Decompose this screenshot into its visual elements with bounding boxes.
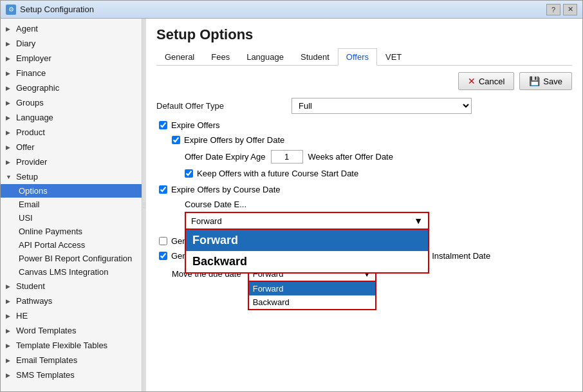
keep-offers-row: Keep Offers with a future Course Start D… xyxy=(185,169,569,178)
expire-by-offer-date-row: Expire Offers by Offer Date xyxy=(172,135,569,145)
tab-student[interactable]: Student xyxy=(292,48,338,66)
expire-by-course-date-row: Expire Offers by Course Date xyxy=(159,185,569,194)
tab-general[interactable]: General xyxy=(156,48,203,66)
dropdown-arrow-icon: ▼ xyxy=(414,216,423,226)
move-due-forward-option[interactable]: Forward xyxy=(249,282,375,295)
sidebar-label-pathways: Pathways xyxy=(16,296,52,306)
help-button[interactable]: ? xyxy=(546,4,560,15)
arrow-icon: ▶ xyxy=(6,70,14,77)
arrow-icon: ▶ xyxy=(6,298,14,304)
generate-instalments-checkbox[interactable] xyxy=(159,237,167,245)
sidebar-item-agent[interactable]: ▶ Agent xyxy=(1,21,142,36)
sidebar-label-he: HE xyxy=(16,311,28,321)
direction-dropdown-trigger[interactable]: Forward ▼ xyxy=(185,212,429,230)
sidebar-item-student[interactable]: ▶ Student xyxy=(1,279,142,294)
expire-course-date-section: Expire Offers by Course Date Course Date… xyxy=(156,185,569,230)
save-label: Save xyxy=(543,77,562,86)
sidebar-item-geographic[interactable]: ▶ Geographic xyxy=(1,80,142,95)
arrow-icon: ▶ xyxy=(6,328,14,334)
tab-vet[interactable]: VET xyxy=(377,48,410,66)
form-area: Default Offer Type Full Expire Offers Ex… xyxy=(156,98,572,384)
title-controls: ? ✕ xyxy=(546,4,577,15)
offer-date-expiry-label: Offer Date Expiry Age xyxy=(185,152,266,162)
sidebar-item-finance[interactable]: ▶ Finance xyxy=(1,66,142,80)
sidebar-label-usi: USI xyxy=(19,213,33,223)
arrow-icon: ▶ xyxy=(6,100,14,106)
arrow-icon: ▶ xyxy=(6,144,14,151)
main-window: ⚙ Setup Configuration ? ✕ ▶ Agent ▶ Diar… xyxy=(0,0,583,392)
sidebar-label-finance: Finance xyxy=(16,68,46,78)
sidebar-label-email: Email xyxy=(19,200,40,209)
offer-date-expiry-row: Offer Date Expiry Age Weeks after Offer … xyxy=(185,150,569,163)
move-due-date-list: Forward Backward xyxy=(248,282,376,310)
sidebar-item-product[interactable]: ▶ Product xyxy=(1,125,142,140)
sidebar-label-groups: Groups xyxy=(16,98,44,107)
offer-date-expiry-input[interactable] xyxy=(271,150,303,163)
cancel-button[interactable]: ✕ Cancel xyxy=(458,72,514,90)
expire-by-course-date-checkbox[interactable] xyxy=(159,185,167,194)
sidebar-item-options[interactable]: Options xyxy=(1,184,142,198)
direction-option-forward[interactable]: Forward xyxy=(186,230,428,251)
generate-instalments-move-checkbox[interactable] xyxy=(159,252,167,260)
sidebar-label-geographic: Geographic xyxy=(16,83,59,93)
tab-fees[interactable]: Fees xyxy=(203,48,238,66)
sidebar-item-diary[interactable]: ▶ Diary xyxy=(1,36,142,51)
sidebar-item-he[interactable]: ▶ HE xyxy=(1,308,142,323)
tab-language[interactable]: Language xyxy=(238,48,292,66)
expire-offers-checkbox[interactable] xyxy=(159,121,167,129)
sidebar-item-online-payments[interactable]: Online Payments xyxy=(1,225,142,238)
sidebar-item-setup[interactable]: ▼ Setup xyxy=(1,169,142,184)
expire-by-offer-date-label: Expire Offers by Offer Date xyxy=(184,135,284,145)
sidebar-item-employer[interactable]: ▶ Employer xyxy=(1,51,142,66)
sidebar-item-sms-templates[interactable]: ▶ SMS Templates xyxy=(1,368,142,382)
sidebar-item-power-bi[interactable]: Power BI Report Configuration xyxy=(1,252,142,265)
sidebar-item-api-portal[interactable]: API Portal Access xyxy=(1,238,142,252)
arrow-icon: ▶ xyxy=(6,55,14,62)
course-date-label: Course Date E... xyxy=(185,200,246,209)
arrow-icon: ▶ xyxy=(6,115,14,121)
sidebar: ▶ Agent ▶ Diary ▶ Employer ▶ Finance ▶ G… xyxy=(1,19,142,391)
arrow-icon: ▶ xyxy=(6,26,14,32)
direction-dropdown-list: Forward Backward xyxy=(185,230,429,274)
sidebar-label-sms-templates: SMS Templates xyxy=(16,370,75,380)
sidebar-item-groups[interactable]: ▶ Groups xyxy=(1,95,142,110)
default-offer-type-label: Default Offer Type xyxy=(156,101,285,111)
content-area: ▶ Agent ▶ Diary ▶ Employer ▶ Finance ▶ G… xyxy=(1,19,582,391)
sidebar-label-provider: Provider xyxy=(16,157,47,167)
sidebar-label-student: Student xyxy=(16,281,45,291)
sidebar-item-template-flexible[interactable]: ▶ Template Flexible Tables xyxy=(1,338,142,353)
sidebar-item-email[interactable]: Email xyxy=(1,198,142,211)
expire-offers-section: Expire Offers Expire Offers by Offer Dat… xyxy=(156,120,569,178)
close-button[interactable]: ✕ xyxy=(563,4,577,15)
sidebar-item-word-templates[interactable]: ▶ Word Templates xyxy=(1,323,142,338)
keep-offers-checkbox[interactable] xyxy=(185,169,193,178)
toolbar: ✕ Cancel 💾 Save xyxy=(156,72,572,90)
cancel-icon: ✕ xyxy=(468,76,476,86)
sidebar-item-pathways[interactable]: ▶ Pathways xyxy=(1,294,142,308)
window-icon: ⚙ xyxy=(6,5,16,15)
sidebar-item-offer[interactable]: ▶ Offer xyxy=(1,140,142,154)
sidebar-item-email-templates[interactable]: ▶ Email Templates xyxy=(1,353,142,368)
arrow-icon: ▶ xyxy=(6,159,14,165)
sidebar-label-word-templates: Word Templates xyxy=(16,326,76,335)
direction-option-backward[interactable]: Backward xyxy=(186,251,428,272)
sidebar-item-canvas-lms[interactable]: Canvas LMS Integration xyxy=(1,265,142,279)
arrow-icon: ▶ xyxy=(6,372,14,378)
sidebar-item-provider[interactable]: ▶ Provider xyxy=(1,154,142,169)
sidebar-item-language[interactable]: ▶ Language xyxy=(1,110,142,125)
sidebar-label-agent: Agent xyxy=(16,24,38,33)
direction-dropdown-value: Forward xyxy=(191,216,222,226)
expire-by-offer-date-checkbox[interactable] xyxy=(172,136,180,144)
keep-offers-label: Keep Offers with a future Course Start D… xyxy=(197,169,358,178)
default-offer-type-select[interactable]: Full xyxy=(292,98,472,114)
sidebar-label-offer: Offer xyxy=(16,142,35,152)
sidebar-label-setup: Setup xyxy=(16,172,38,182)
window-title: Setup Configuration xyxy=(20,5,94,14)
move-due-backward-option[interactable]: Backward xyxy=(249,295,375,309)
sidebar-item-usi[interactable]: USI xyxy=(1,211,142,225)
arrow-icon: ▶ xyxy=(6,129,14,136)
save-button[interactable]: 💾 Save xyxy=(519,72,572,90)
sidebar-label-email-templates: Email Templates xyxy=(16,355,77,365)
tab-offers[interactable]: Offers xyxy=(338,48,377,66)
sidebar-label-template-flexible: Template Flexible Tables xyxy=(16,341,107,350)
